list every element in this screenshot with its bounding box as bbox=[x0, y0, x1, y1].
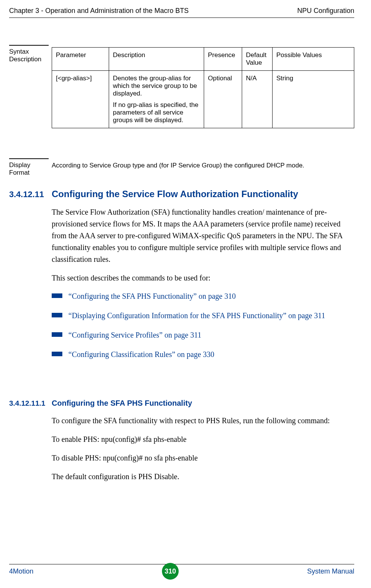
bullet-icon bbox=[52, 352, 62, 356]
section-paragraph-2: This section describes the commands to b… bbox=[52, 272, 354, 284]
display-format-value: According to Service Group type and (for… bbox=[52, 161, 354, 170]
cell-default-value: N/A bbox=[242, 71, 273, 128]
table-row: [<grp-alias>] Denotes the group-alias fo… bbox=[52, 71, 354, 128]
col-possible-values: Possible Values bbox=[273, 48, 354, 71]
subsection-number: 3.4.12.11.1 bbox=[0, 399, 52, 408]
subsection-paragraph-3: To disable PHS: npu(config)# no sfa phs-… bbox=[52, 452, 354, 464]
xref-link[interactable]: “Displaying Configuration Information fo… bbox=[68, 310, 354, 321]
xref-item[interactable]: “Configuring Classification Rules” on pa… bbox=[52, 349, 354, 360]
footer-right: System Manual bbox=[307, 567, 354, 575]
cell-description: Denotes the group-alias for which the se… bbox=[109, 71, 204, 128]
footer-left: 4Motion bbox=[9, 567, 33, 575]
xref-item[interactable]: “Configuring Service Profiles” on page 3… bbox=[52, 330, 354, 341]
page-header: Chapter 3 - Operation and Administration… bbox=[0, 7, 371, 15]
section-heading: 3.4.12.11 Configuring the Service Flow A… bbox=[0, 189, 354, 199]
xref-item[interactable]: “Displaying Configuration Information fo… bbox=[52, 310, 354, 321]
col-presence: Presence bbox=[204, 48, 242, 71]
page-footer: 4Motion 310 System Manual bbox=[9, 563, 354, 580]
section-paragraph-1: The Service Flow Authorization (SFA) fun… bbox=[52, 206, 354, 265]
display-format-label: Display Format bbox=[9, 158, 49, 177]
header-rule bbox=[9, 18, 354, 18]
subsection-heading: 3.4.12.11.1 Configuring the SFA PHS Func… bbox=[0, 399, 354, 408]
syntax-parameter-table: Parameter Description Presence Default V… bbox=[52, 47, 354, 128]
cell-parameter: [<grp-alias>] bbox=[52, 71, 109, 128]
col-default-value: Default Value bbox=[242, 48, 273, 71]
subsection-paragraph-4: The default configuration is PHS Disable… bbox=[52, 471, 354, 483]
bullet-icon bbox=[52, 293, 62, 298]
display-format-text: Display Format bbox=[9, 161, 30, 176]
bullet-icon bbox=[52, 313, 62, 317]
xref-link[interactable]: “Configuring Service Profiles” on page 3… bbox=[68, 330, 354, 341]
col-parameter: Parameter bbox=[52, 48, 109, 71]
col-description: Description bbox=[109, 48, 204, 71]
subsection-paragraph-1: To configure the SFA functionality with … bbox=[52, 415, 354, 427]
header-right: NPU Configuration bbox=[297, 7, 354, 15]
syntax-description-label: Syntax Description bbox=[9, 45, 49, 64]
xref-list: “Configuring the SFA PHS Functionality” … bbox=[52, 291, 354, 360]
bullet-icon bbox=[52, 332, 62, 337]
side-rule bbox=[9, 45, 49, 46]
section-title: Configuring the Service Flow Authorizati… bbox=[52, 189, 298, 199]
section-number: 3.4.12.11 bbox=[0, 190, 52, 199]
cell-description-2: If no grp-alias is specified, the parame… bbox=[113, 101, 200, 124]
cell-presence: Optional bbox=[204, 71, 242, 128]
subsection-title: Configuring the SFA PHS Functionality bbox=[52, 399, 192, 408]
cell-possible-values: String bbox=[273, 71, 354, 128]
cell-description-1: Denotes the group-alias for which the se… bbox=[113, 75, 200, 97]
xref-link[interactable]: “Configuring the SFA PHS Functionality” … bbox=[68, 291, 354, 302]
page-number-badge: 310 bbox=[162, 563, 179, 580]
xref-link[interactable]: “Configuring Classification Rules” on pa… bbox=[68, 349, 354, 360]
table-header-row: Parameter Description Presence Default V… bbox=[52, 48, 354, 71]
header-left: Chapter 3 - Operation and Administration… bbox=[9, 7, 189, 15]
syntax-description-text: Syntax Description bbox=[9, 48, 41, 63]
xref-item[interactable]: “Configuring the SFA PHS Functionality” … bbox=[52, 291, 354, 302]
side-rule bbox=[9, 158, 49, 159]
subsection-paragraph-2: To enable PHS: npu(config)# sfa phs-enab… bbox=[52, 433, 354, 445]
